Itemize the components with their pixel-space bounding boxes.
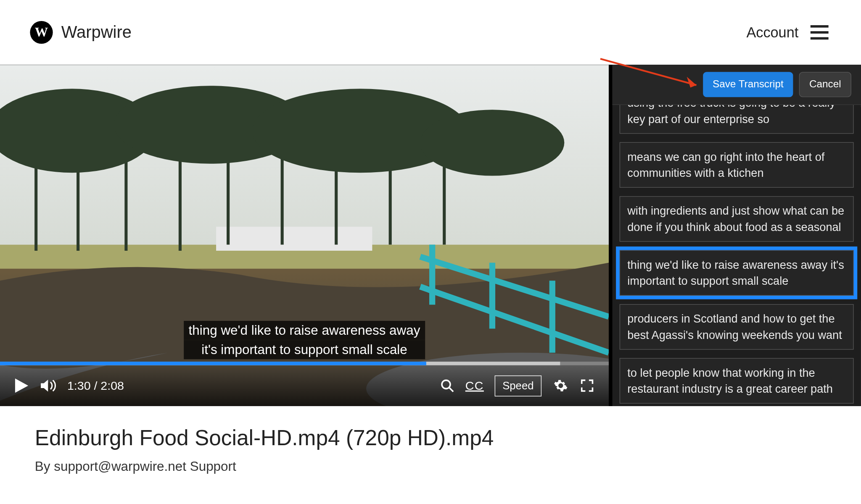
fullscreen-icon[interactable]: [574, 373, 600, 399]
transcript-segment[interactable]: means we can go right into the heart of …: [620, 142, 854, 188]
caption-line-2: it's important to support small scale: [184, 340, 425, 360]
caption-overlay: thing we'd like to raise awareness away …: [184, 321, 425, 359]
progress-played: [0, 362, 426, 365]
transcript-list[interactable]: using the free truck is going to be a re…: [613, 105, 861, 406]
transcript-segment[interactable]: using the free truck is going to be a re…: [620, 105, 854, 134]
cc-button[interactable]: CC: [460, 379, 489, 393]
transcript-segment[interactable]: to let people know that working in the r…: [620, 358, 854, 404]
transcript-toolbar: Save Transcript Cancel: [613, 65, 861, 105]
brand-logo-icon: W: [30, 21, 53, 44]
video-byline: By support@warpwire.net Support: [35, 459, 826, 474]
volume-icon[interactable]: [35, 373, 61, 399]
brand-name: Warpwire: [61, 23, 132, 42]
cancel-button[interactable]: Cancel: [799, 72, 851, 97]
topbar: W Warpwire Account: [0, 0, 861, 65]
save-transcript-button[interactable]: Save Transcript: [703, 72, 793, 97]
search-icon[interactable]: [434, 373, 461, 399]
settings-icon[interactable]: [547, 373, 574, 399]
speed-button[interactable]: Speed: [495, 375, 541, 396]
progress-bar[interactable]: [0, 362, 609, 365]
video-stage: thing we'd like to raise awareness away …: [0, 65, 861, 406]
video-metadata: Edinburgh Food Social-HD.mp4 (720p HD).m…: [0, 406, 861, 494]
time-display: 1:30 / 2:08: [67, 379, 124, 393]
play-icon[interactable]: [8, 373, 35, 399]
transcript-panel: Save Transcript Cancel using the free tr…: [609, 65, 861, 406]
svg-rect-3: [216, 227, 372, 251]
account-link[interactable]: Account: [746, 24, 798, 41]
svg-line-24: [449, 387, 453, 391]
video-pane[interactable]: thing we'd like to raise awareness away …: [0, 65, 609, 406]
transcript-segment[interactable]: with ingredients and just show what can …: [620, 196, 854, 242]
player-controls: 1:30 / 2:08 CC Speed: [0, 365, 609, 406]
svg-point-16: [420, 110, 565, 176]
menu-icon[interactable]: [811, 25, 829, 39]
transcript-segment-active[interactable]: thing we'd like to raise awareness away …: [620, 250, 854, 296]
svg-point-23: [442, 380, 450, 388]
transcript-segment[interactable]: producers in Scotland and how to get the…: [620, 304, 854, 350]
brand[interactable]: W Warpwire: [30, 21, 132, 44]
caption-line-1: thing we'd like to raise awareness away: [184, 321, 425, 340]
video-title: Edinburgh Food Social-HD.mp4 (720p HD).m…: [35, 425, 826, 450]
